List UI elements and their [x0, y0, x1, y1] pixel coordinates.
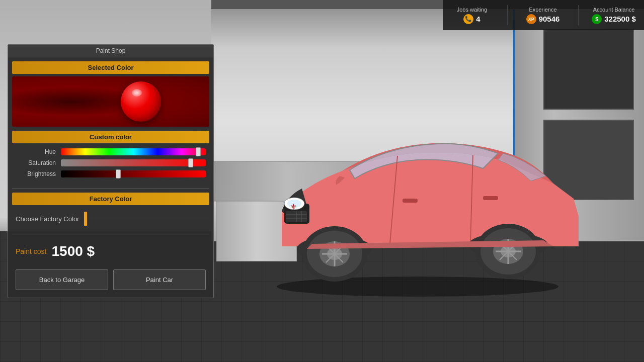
xp-icon: XP	[526, 14, 536, 24]
phone-icon: 📞	[463, 14, 473, 24]
hud-divider-2	[578, 5, 579, 25]
back-to-garage-button[interactable]: Back to Garage	[16, 269, 108, 290]
paint-car-button[interactable]: Paint Car	[113, 269, 206, 290]
brightness-row: Brightness	[16, 170, 206, 177]
experience-label: Experience	[529, 7, 556, 13]
svg-rect-7	[483, 196, 498, 200]
color-sphere	[121, 81, 161, 122]
brightness-slider[interactable]	[61, 170, 206, 177]
factory-color-row: Choose Factory Color	[8, 208, 213, 230]
account-balance-value-container: $ 322500 $	[592, 14, 636, 24]
hue-label: Hue	[16, 148, 56, 155]
bottom-buttons: Back to Garage Paint Car	[8, 267, 213, 293]
jobs-waiting-section: Jobs waiting 📞 4	[447, 7, 497, 24]
paint-cost-value: 1500 $	[51, 243, 95, 259]
saturation-slider[interactable]	[61, 159, 206, 166]
hue-slider[interactable]	[61, 148, 206, 155]
panel-title: Paint Shop	[8, 45, 213, 57]
experience-section: Experience XP 90546	[518, 7, 568, 24]
hue-thumb	[196, 147, 201, 156]
svg-point-0	[277, 277, 558, 297]
car-svg: ⚜	[242, 106, 594, 297]
hud-divider-1	[507, 5, 508, 25]
divider-2	[12, 234, 209, 234]
factory-color-swatch	[84, 212, 87, 226]
hud-bar: Jobs waiting 📞 4 Experience XP 90546 Acc…	[443, 0, 644, 30]
jobs-waiting-label: Jobs waiting	[457, 7, 488, 13]
account-balance-section: Account Balance $ 322500 $	[589, 7, 639, 24]
color-preview-area	[12, 76, 209, 127]
account-balance-value: 322500 $	[604, 15, 636, 23]
brightness-label: Brightness	[16, 170, 56, 177]
choose-factory-color-label[interactable]: Choose Factory Color	[16, 215, 79, 223]
saturation-row: Saturation	[16, 159, 206, 166]
experience-value: 90546	[539, 15, 560, 23]
selected-color-header: Selected Color	[12, 61, 209, 74]
divider-1	[12, 188, 209, 189]
saturation-label: Saturation	[16, 159, 56, 166]
factory-color-header: Factory Color	[12, 193, 209, 205]
garage-door-panel-top	[543, 29, 634, 110]
experience-value-container: XP 90546	[526, 14, 560, 24]
money-icon: $	[592, 14, 602, 24]
svg-rect-6	[403, 199, 418, 203]
jobs-waiting-value: 4	[476, 15, 480, 23]
svg-text:⚜: ⚜	[290, 203, 297, 211]
saturation-thumb	[188, 158, 193, 167]
sphere-highlight	[132, 89, 142, 97]
car-display: ⚜	[242, 106, 594, 297]
color-preview-background	[12, 76, 209, 127]
account-balance-label: Account Balance	[593, 7, 635, 13]
paint-cost-label: Paint cost	[16, 247, 46, 255]
jobs-waiting-value-container: 📞 4	[463, 14, 480, 24]
paint-cost-area: Paint cost 1500 $	[8, 238, 213, 264]
custom-color-header: Custom color	[12, 131, 209, 143]
brightness-thumb	[116, 169, 121, 178]
hue-row: Hue	[16, 148, 206, 155]
paint-shop-panel: Paint Shop Selected Color Custom color H…	[8, 44, 214, 298]
sliders-area: Hue Saturation Brightness	[8, 146, 213, 184]
